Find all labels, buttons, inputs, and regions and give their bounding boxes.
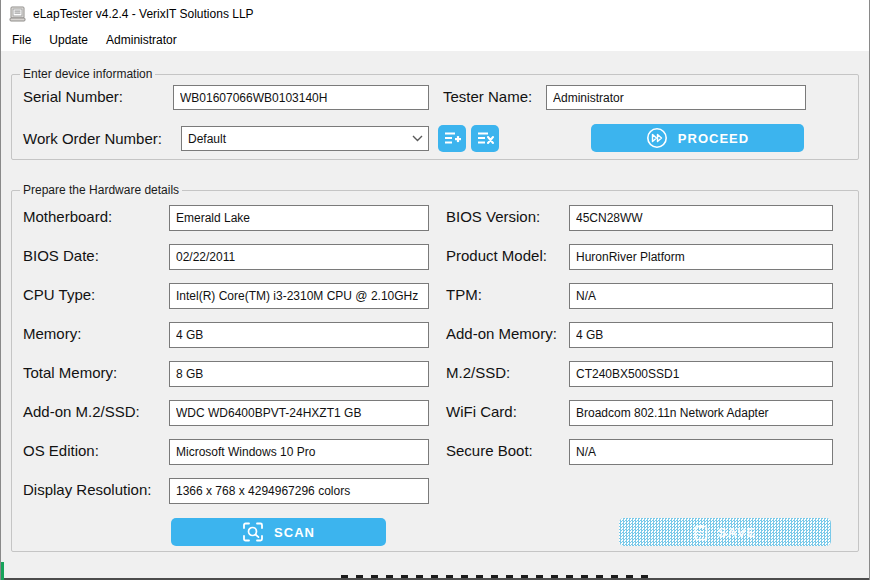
menu-administrator[interactable]: Administrator [97,30,186,50]
scan-button[interactable]: SCAN [171,518,386,546]
m2ssd-input[interactable] [569,361,833,387]
work-order-selected-value: Default [188,132,226,146]
group-device-title: Enter device information [20,67,155,81]
secure-boot-label: Secure Boot: [446,442,533,459]
total-memory-input[interactable] [169,361,429,387]
app-icon [9,6,26,22]
bios-date-label: BIOS Date: [23,247,99,264]
secure-boot-input[interactable] [569,439,833,465]
green-edge-strip [1,562,4,580]
save-button-label: SAVE [718,525,756,540]
memory-label: Memory: [23,325,81,342]
add-work-order-button[interactable] [438,125,466,152]
display-resolution-input[interactable] [169,478,429,504]
m2ssd-label: M.2/SSD: [446,364,510,381]
save-button[interactable]: SAVE [619,518,831,546]
proceed-button-label: PROCEED [678,131,749,146]
wifi-card-label: WiFi Card: [446,403,517,420]
display-resolution-label: Display Resolution: [23,481,151,498]
os-edition-label: OS Edition: [23,442,99,459]
os-edition-input[interactable] [169,439,429,465]
motherboard-input[interactable] [169,205,429,231]
addon-memory-input[interactable] [569,322,833,348]
tpm-label: TPM: [446,286,482,303]
work-order-select[interactable]: Default [181,126,429,151]
menu-update[interactable]: Update [40,30,97,50]
bios-version-label: BIOS Version: [446,208,540,225]
proceed-button[interactable]: PROCEED [591,124,804,152]
product-model-label: Product Model: [446,247,547,264]
memory-input[interactable] [169,322,429,348]
delete-work-order-button[interactable] [471,125,499,152]
chevron-down-icon [412,135,423,142]
window-title: eLapTester v4.2.4 - VerixIT Solutions LL… [33,7,254,21]
tpm-input[interactable] [569,283,833,309]
bios-date-input[interactable] [169,244,429,270]
cpu-type-label: CPU Type: [23,286,95,303]
serial-number-input[interactable] [173,85,429,110]
cpu-type-input[interactable] [169,283,429,309]
save-icon [694,524,708,541]
bios-version-input[interactable] [569,205,833,231]
list-add-icon [444,131,461,146]
serial-number-label: Serial Number: [23,88,123,105]
group-hardware-title: Prepare the Hardware details [20,183,182,197]
tester-name-label: Tester Name: [443,88,532,105]
tester-name-input[interactable] [546,85,806,110]
scan-button-label: SCAN [274,525,315,540]
app-window: eLapTester v4.2.4 - VerixIT Solutions LL… [0,0,870,580]
scan-icon [242,522,264,542]
list-remove-icon [477,131,494,146]
addon-memory-label: Add-on Memory: [446,325,557,342]
proceed-icon [646,127,668,149]
motherboard-label: Motherboard: [23,208,112,225]
menu-bar: File Update Administrator [1,28,869,51]
work-order-label: Work Order Number: [23,130,162,147]
addon-m2ssd-label: Add-on M.2/SSD: [23,403,140,420]
addon-m2ssd-input[interactable] [169,400,429,426]
product-model-input[interactable] [569,244,833,270]
menu-file[interactable]: File [3,30,40,50]
title-bar: eLapTester v4.2.4 - VerixIT Solutions LL… [1,0,869,28]
total-memory-label: Total Memory: [23,364,117,381]
wifi-card-input[interactable] [569,400,833,426]
